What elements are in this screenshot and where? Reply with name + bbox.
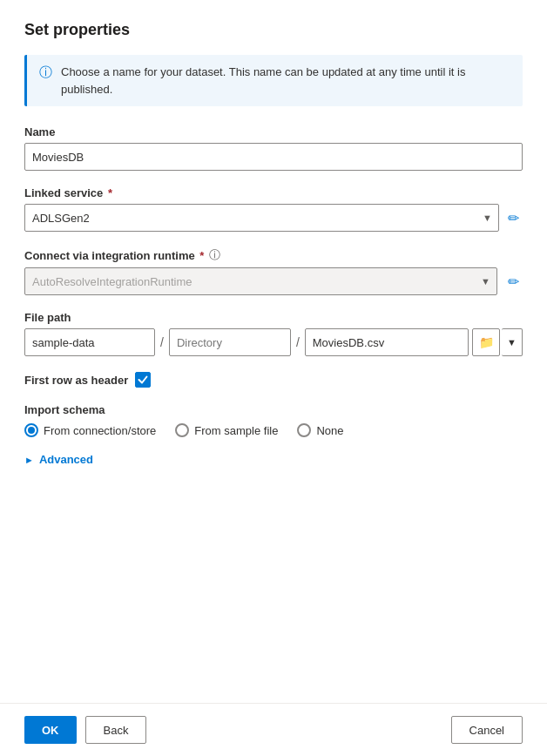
file-path-row: / / 📁 ▼ [24, 328, 523, 356]
import-schema-group: Import schema From connection/store From… [24, 403, 523, 437]
first-row-header-label: First row as header [24, 374, 128, 387]
file-path-separator-2: / [291, 335, 305, 349]
radio-from-sample-indicator [175, 423, 189, 437]
integration-runtime-label: Connect via integration runtime * [24, 249, 204, 262]
advanced-label: Advanced [39, 453, 93, 466]
integration-runtime-input [24, 267, 497, 295]
file-path-directory-input[interactable] [169, 328, 291, 356]
ok-button[interactable]: OK [24, 716, 77, 744]
linked-service-edit-button[interactable]: ✏ [504, 208, 523, 228]
back-button[interactable]: Back [85, 716, 147, 744]
import-schema-radio-group: From connection/store From sample file N… [24, 423, 523, 437]
footer: OK Back Cancel [0, 703, 547, 756]
name-label: Name [24, 125, 523, 138]
chevron-down-icon: ▼ [507, 337, 517, 348]
radio-from-connection-indicator [24, 423, 38, 437]
file-path-actions: 📁 ▼ [472, 328, 523, 356]
file-path-container-input[interactable] [24, 328, 155, 356]
first-row-header-group: First row as header [24, 372, 523, 388]
integration-runtime-row: ▼ ✏ [24, 267, 523, 295]
integration-runtime-group: Connect via integration runtime * ⓘ ▼ ✏ [24, 247, 523, 295]
integration-runtime-label-row: Connect via integration runtime * ⓘ [24, 247, 523, 263]
radio-none-label: None [316, 424, 343, 437]
file-path-filename-input[interactable] [305, 328, 469, 356]
name-field-group: Name [24, 125, 523, 171]
page-title: Set properties [24, 21, 523, 39]
file-path-label: File path [24, 311, 523, 324]
linked-service-row: ADLSGen2 ▼ ✏ [24, 204, 523, 232]
linked-service-label: Linked service * [24, 186, 523, 199]
linked-service-select[interactable]: ADLSGen2 [24, 204, 499, 232]
info-banner: ⓘ Choose a name for your dataset. This n… [24, 55, 523, 106]
file-path-separator-1: / [155, 335, 169, 349]
advanced-expand-icon: ► [24, 455, 34, 465]
linked-service-group: Linked service * ADLSGen2 ▼ ✏ [24, 186, 523, 232]
integration-runtime-select-wrapper: ▼ [24, 267, 497, 295]
linked-service-select-wrapper: ADLSGen2 ▼ [24, 204, 499, 232]
info-icon: ⓘ [39, 64, 52, 81]
import-schema-from-sample[interactable]: From sample file [175, 423, 278, 437]
radio-none-indicator [297, 423, 311, 437]
file-path-group: File path / / 📁 ▼ [24, 311, 523, 356]
advanced-section[interactable]: ► Advanced [24, 453, 523, 466]
integration-runtime-info-icon[interactable]: ⓘ [209, 247, 220, 263]
import-schema-from-connection[interactable]: From connection/store [24, 423, 156, 437]
cancel-button[interactable]: Cancel [451, 716, 523, 744]
import-schema-label: Import schema [24, 403, 523, 416]
pencil-icon: ✏ [508, 210, 519, 226]
info-banner-text: Choose a name for your dataset. This nam… [61, 64, 510, 98]
radio-from-connection-dot [28, 427, 35, 434]
folder-icon: 📁 [479, 335, 494, 349]
import-schema-none[interactable]: None [297, 423, 343, 437]
pencil-icon: ✏ [508, 273, 519, 290]
file-path-expand-button[interactable]: ▼ [502, 328, 523, 356]
first-row-header-checkbox[interactable] [135, 372, 151, 388]
file-browse-button[interactable]: 📁 [472, 328, 500, 356]
name-input[interactable] [24, 143, 523, 171]
integration-runtime-edit-button[interactable]: ✏ [504, 272, 523, 292]
radio-from-connection-label: From connection/store [44, 424, 156, 437]
radio-from-sample-label: From sample file [194, 424, 278, 437]
